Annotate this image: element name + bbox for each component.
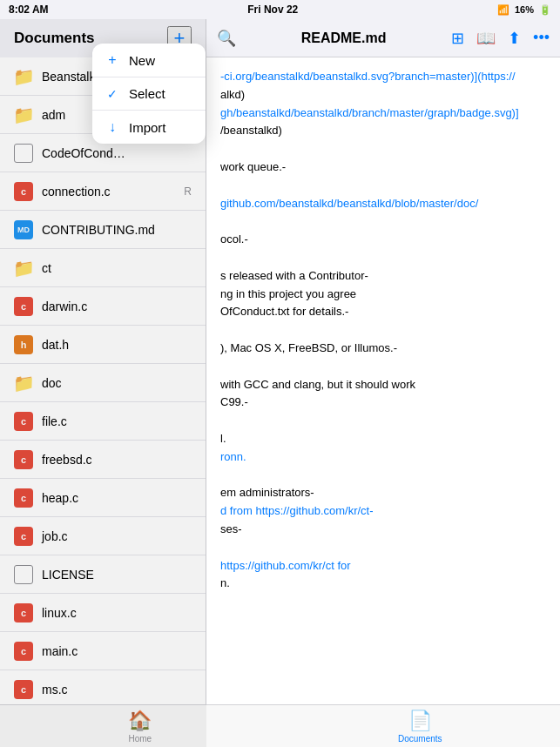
content-line: work queue.- bbox=[220, 158, 546, 177]
content-link[interactable]: -ci.org/beanstalkd/beanstalkd.svg?branch… bbox=[220, 70, 516, 83]
dropdown-select-label: Select bbox=[129, 86, 165, 101]
content-line: ocol.- bbox=[220, 231, 546, 249]
plus-icon: + bbox=[105, 52, 120, 68]
status-date: Fri Nov 22 bbox=[247, 3, 298, 16]
content-line bbox=[220, 358, 546, 376]
dropdown-select[interactable]: ✓ Select bbox=[92, 77, 206, 111]
content-line: /beanstalkd) bbox=[220, 122, 546, 140]
content-line: ses- bbox=[220, 521, 546, 539]
content-line bbox=[220, 412, 546, 430]
status-icons: 📶 16% 🔋 bbox=[497, 4, 551, 16]
content-line: C99.- bbox=[220, 394, 546, 412]
content-line: alkd) bbox=[220, 86, 546, 104]
status-bar: 8:02 AM Fri Nov 22 📶 16% 🔋 bbox=[0, 0, 560, 19]
content-line bbox=[220, 212, 546, 231]
content-link[interactable]: ronn. bbox=[220, 450, 246, 463]
content-link[interactable]: https://github.com/kr/ct for bbox=[220, 559, 351, 572]
header-left-actions: 🔍 bbox=[217, 29, 236, 48]
documents-icon: 📄 bbox=[408, 710, 432, 732]
main-layout: Documents + + New ✓ Select ↓ Import 📁 bbox=[0, 19, 560, 704]
content-line: s released with a Contributor- bbox=[220, 267, 546, 286]
book-icon[interactable]: 📖 bbox=[476, 29, 496, 48]
content-title: README.md bbox=[236, 30, 451, 46]
header-right-actions: ⊞ 📖 ⬆ ••• bbox=[451, 29, 550, 48]
status-time: 8:02 AM bbox=[9, 3, 49, 16]
content-line bbox=[220, 321, 546, 340]
more-icon[interactable]: ••• bbox=[533, 29, 550, 47]
dropdown-new-label: New bbox=[129, 53, 155, 68]
dropdown-import-label: Import bbox=[129, 120, 166, 135]
content-line: gh/beanstalkd/beanstalkd/branch/master/g… bbox=[220, 104, 546, 123]
content-line: ), Mac OS X, FreeBSD, or Illumos.- bbox=[220, 340, 546, 358]
battery-icon: 🔋 bbox=[539, 4, 551, 16]
content-line: -ci.org/beanstalkd/beanstalkd.svg?branch… bbox=[220, 68, 546, 86]
content-line: em administrators- bbox=[220, 484, 546, 502]
content-line: github.com/beanstalkd/beanstalkd/blob/ma… bbox=[220, 195, 546, 213]
wifi-icon: 📶 bbox=[497, 4, 509, 16]
content-line: with GCC and clang, but it should work bbox=[220, 376, 546, 394]
import-icon: ↓ bbox=[105, 119, 120, 135]
content-line: d from https://github.com/kr/ct- bbox=[220, 502, 546, 521]
sidebar: Documents + + New ✓ Select ↓ Import 📁 bbox=[0, 19, 206, 704]
content-line: OfConduct.txt for details.- bbox=[220, 303, 546, 321]
battery-percent: 16% bbox=[515, 4, 534, 15]
content-line: ng in this project you agree bbox=[220, 286, 546, 304]
tab-documents-label: Documents bbox=[398, 734, 442, 744]
grid-icon[interactable]: ⊞ bbox=[451, 29, 464, 48]
tab-documents[interactable]: 📄 Documents bbox=[280, 710, 561, 744]
content-line: https://github.com/kr/ct for bbox=[220, 557, 546, 575]
dropdown-new[interactable]: + New bbox=[92, 44, 206, 77]
content-link[interactable]: github.com/beanstalkd/beanstalkd/blob/ma… bbox=[220, 197, 478, 210]
content-area: 🔍 README.md ⊞ 📖 ⬆ ••• -ci.org/beanstalkd… bbox=[206, 19, 560, 704]
content-line: ronn. bbox=[220, 448, 546, 467]
content-link[interactable]: gh/beanstalkd/beanstalkd/branch/master/g… bbox=[220, 106, 519, 119]
dropdown-import[interactable]: ↓ Import bbox=[92, 111, 206, 144]
content-line: l. bbox=[220, 430, 546, 448]
content-body: -ci.org/beanstalkd/beanstalkd.svg?branch… bbox=[206, 57, 560, 704]
content-link[interactable]: d from https://github.com/kr/ct- bbox=[220, 504, 374, 517]
content-line: n. bbox=[220, 575, 546, 593]
share-icon[interactable]: ⬆ bbox=[508, 29, 521, 48]
content-line bbox=[220, 249, 546, 267]
check-icon: ✓ bbox=[105, 87, 120, 101]
content-line bbox=[220, 539, 546, 557]
search-icon[interactable]: 🔍 bbox=[217, 29, 236, 48]
content-header: 🔍 README.md ⊞ 📖 ⬆ ••• bbox=[206, 19, 560, 57]
content-line bbox=[220, 467, 546, 485]
dropdown-menu: + New ✓ Select ↓ Import bbox=[92, 44, 206, 144]
content-line bbox=[220, 140, 546, 158]
content-line bbox=[220, 177, 546, 195]
